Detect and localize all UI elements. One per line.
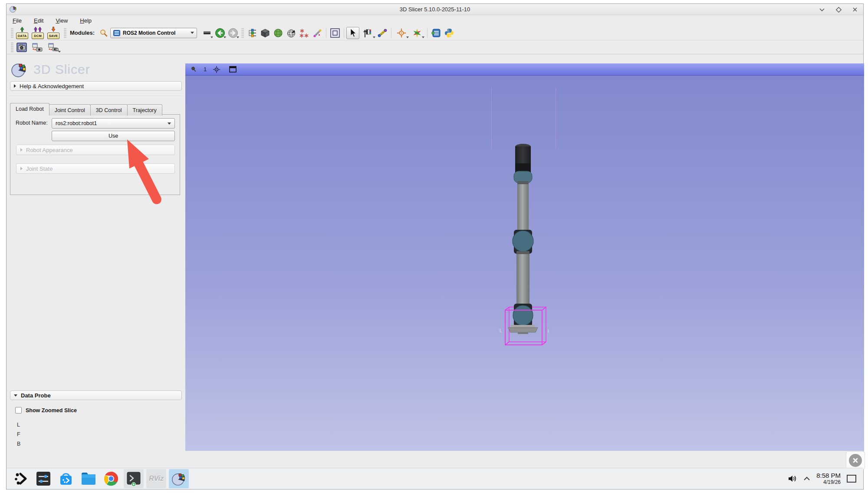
chevron-down-icon [191,32,194,34]
chevron-down-icon [168,122,171,125]
taskbar: RViz 8:58 PM 4/19/26 [7,468,863,489]
minimize-button[interactable] [818,6,826,13]
viewport-canvas[interactable]: L I [185,76,864,451]
robot-base-joint [513,305,533,325]
robot-name-combobox[interactable]: ros2:robot:robot1 [52,118,175,129]
extensions-icon [431,28,441,38]
app-wordmark: 3D Slicer [33,62,90,77]
crosshair-center-icon[interactable] [213,66,220,73]
discover-store-button[interactable] [56,469,76,488]
load-dicom-button[interactable]: DCM [31,26,45,40]
python-icon [444,28,454,38]
transforms-module-button[interactable] [311,27,324,39]
use-button[interactable]: Use [52,131,175,141]
markups-module-button[interactable] [298,27,311,39]
layout-box-icon [330,28,340,38]
modules-label: Modules: [70,30,95,36]
collapse-arrow-icon [20,167,23,170]
show-zoomed-slice-checkbox[interactable] [15,407,22,414]
module-selector-value: ROS2 Motion Control [123,30,188,36]
chevron-down-icon [224,36,226,38]
models-module-button[interactable] [285,27,298,39]
menu-edit[interactable]: Edit [34,17,43,24]
settings-app-button[interactable] [33,469,53,488]
taskbar-clock[interactable]: 8:58 PM 4/19/26 [816,472,841,485]
scene-view-restore-button[interactable] [46,41,61,53]
tray-expand-chevron-icon[interactable] [803,476,810,481]
slicer-logo-icon [11,61,27,78]
measurements-button[interactable] [376,27,389,39]
tab-joint-control[interactable]: Joint Control [49,104,91,116]
menu-help[interactable]: Help [80,17,92,24]
folder-icon [80,471,97,486]
rviz-app-button[interactable]: RViz [146,469,166,488]
toolbar-grip [241,28,244,38]
chevron-down-icon [237,36,239,38]
robot-base-plate [508,328,538,332]
terminal-app-button[interactable] [124,469,144,488]
settings-sliders-icon [36,471,51,486]
robot-name-label: Robot Name: [16,120,48,126]
module-search-button[interactable] [97,27,110,39]
volumes-module-button[interactable] [272,27,285,39]
joint-state-label: Joint State [26,165,53,172]
data-arrow-icon [15,26,29,33]
tab-trajectory[interactable]: Trajectory [127,104,162,116]
crosshair-button[interactable] [394,27,409,39]
data-probe-label: Data Probe [21,392,51,399]
help-acknowledgement-section[interactable]: Help & Acknowledgement [10,81,182,91]
data-button-label: DATA [16,33,28,39]
show-desktop-button[interactable] [847,475,856,483]
notification-popup [846,451,865,470]
data-module-button[interactable] [259,27,272,39]
mouse-interaction-button[interactable] [346,27,359,39]
maximize-button[interactable] [835,6,842,13]
save-button[interactable]: SAVE [46,26,60,40]
subject-hierarchy-button[interactable] [246,27,259,39]
tab-load-robot[interactable]: Load Robot [10,103,49,115]
window-level-button[interactable] [359,27,376,39]
module-tabs: Load Robot Joint Control 3D Control Traj… [10,103,162,114]
extensions-manager-button[interactable] [430,27,443,39]
app-launcher-button[interactable] [11,469,31,488]
cube-icon [260,28,270,38]
tab-3d-control[interactable]: 3D Control [90,104,128,116]
python-console-button[interactable] [443,27,456,39]
menu-file[interactable]: File [13,17,22,24]
toolbar-separator [427,28,427,38]
screenshot-layout-button[interactable] [329,27,342,39]
chevron-down-icon [210,36,213,38]
axis-marker-left: L [500,328,502,333]
terminal-icon [126,471,141,486]
chrome-browser-button[interactable] [101,469,121,488]
file-manager-button[interactable] [79,469,99,488]
module-selector[interactable]: ROS2 Motion Control [110,28,197,38]
notification-close-button[interactable] [849,454,862,467]
scene-view-capture-button[interactable] [31,41,44,53]
module-history-button[interactable] [201,27,214,39]
pinwheel-icon [412,28,422,38]
slicer-branding: 3D Slicer [11,61,90,78]
panel-separator [8,96,184,97]
slicer-app-button[interactable] [169,469,189,488]
show-zoomed-slice-label: Show Zoomed Slice [26,407,77,414]
load-data-button[interactable]: DATA [15,26,29,40]
history-forward-button[interactable] [227,27,240,39]
menu-view[interactable]: View [56,17,68,24]
capture-toolbar [7,40,863,54]
mesh-sphere-icon [286,28,296,38]
screen-capture-button[interactable] [15,41,28,53]
pin-icon[interactable] [191,66,197,73]
volume-icon[interactable] [788,474,797,483]
hierarchy-tree-icon [247,28,257,38]
axis-marker-right: I [548,329,549,334]
scene-restore-icon [48,43,59,52]
history-icon [203,30,211,36]
maximize-view-icon[interactable] [229,66,237,73]
threed-viewport[interactable]: 1 [185,63,864,451]
close-button[interactable] [851,6,859,13]
data-probe-section[interactable]: Data Probe [10,390,182,400]
scene-camera-icon [32,43,43,52]
slice-intersections-button[interactable] [409,27,425,39]
history-back-button[interactable] [214,27,227,39]
